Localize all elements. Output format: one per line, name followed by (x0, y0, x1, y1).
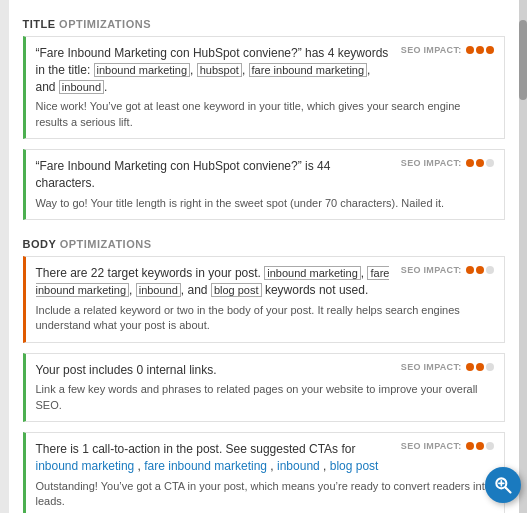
period-1: . (104, 80, 107, 94)
title-card-2-seo: SEO IMPACT: (401, 158, 494, 168)
dot-1 (466, 46, 474, 54)
dot-8 (476, 266, 484, 274)
body-card-2-main: Your post includes 0 internal links. (36, 363, 217, 377)
main-container: TITLE OPTIMIZATIONS “Fare Inbound Market… (9, 0, 519, 513)
body-card-2-description: Link a few key words and phrases to rela… (36, 382, 494, 413)
body-card-1-description: Include a related keyword or two in the … (36, 303, 494, 334)
cta-link-fare-inbound[interactable]: fare inbound marketing (144, 459, 267, 473)
title-card-1-description: Nice work! You’ve got at least one keywo… (36, 99, 494, 130)
title-card-2: “Fare Inbound Marketing con HubSpot conv… (23, 149, 505, 220)
title-card-1-top: “Fare Inbound Marketing con HubSpot conv… (36, 45, 494, 95)
keyword-tag-inbound-marketing-b: inbound marketing (264, 266, 361, 280)
separator-1: , (190, 63, 197, 77)
body-card-3-seo: SEO IMPACT: (401, 441, 494, 451)
body-card-3-top: There is 1 call-to-action in the post. S… (36, 441, 494, 475)
title-card-1: “Fare Inbound Marketing con HubSpot conv… (23, 36, 505, 139)
zoom-button[interactable] (485, 467, 521, 503)
body-card-2-text: Your post includes 0 internal links. (36, 362, 393, 379)
scrollbar[interactable] (519, 0, 527, 513)
body-card-2-top: Your post includes 0 internal links. SEO… (36, 362, 494, 379)
cta-link-blog-post[interactable]: blog post (330, 459, 379, 473)
title-card-1-text: “Fare Inbound Marketing con HubSpot conv… (36, 45, 393, 95)
title-section-header: TITLE OPTIMIZATIONS (9, 10, 519, 36)
body-card-2-seo: SEO IMPACT: (401, 362, 494, 372)
body-card-3-text: There is 1 call-to-action in the post. S… (36, 441, 393, 475)
cta-link-inbound2[interactable]: inbound (277, 459, 320, 473)
page-wrapper: TITLE OPTIMIZATIONS “Fare Inbound Market… (0, 0, 527, 513)
cta-link-inbound[interactable]: inbound marketing (36, 459, 135, 473)
keyword-tag-blog-post: blog post (211, 283, 262, 297)
svg-line-1 (506, 488, 511, 493)
title-card-2-text: “Fare Inbound Marketing con HubSpot conv… (36, 158, 393, 192)
title-card-1-title-label: title: (68, 63, 93, 77)
body-card-1-top: There are 22 target keywords in your pos… (36, 265, 494, 299)
title-section-highlight: TITLE (23, 18, 56, 30)
body-card-1-seo-label: SEO IMPACT: (401, 265, 462, 275)
b-sep-3: , and (181, 283, 211, 297)
dot-12 (486, 363, 494, 371)
dot-9 (486, 266, 494, 274)
body-card-2-dots (466, 363, 494, 371)
dot-4 (466, 159, 474, 167)
body-card-1-pre: There are 22 target keywords in your pos… (36, 266, 265, 280)
title-card-2-description: Way to go! Your title length is right in… (36, 196, 494, 211)
dot-14 (476, 442, 484, 450)
body-card-1-suffix: keywords not used. (265, 283, 368, 297)
body-card-1-text: There are 22 target keywords in your pos… (36, 265, 393, 299)
keyword-tag-inbound: inbound (59, 80, 104, 94)
dot-3 (486, 46, 494, 54)
title-card-2-seo-label: SEO IMPACT: (401, 158, 462, 168)
b-sep-2: , (129, 283, 136, 297)
body-card-1: There are 22 target keywords in your pos… (23, 256, 505, 342)
body-section-header: BODY OPTIMIZATIONS (9, 230, 519, 256)
separator-2: , (242, 63, 249, 77)
dot-15 (486, 442, 494, 450)
dot-7 (466, 266, 474, 274)
body-card-3-dots (466, 442, 494, 450)
body-card-2-seo-label: SEO IMPACT: (401, 362, 462, 372)
body-card-2: Your post includes 0 internal links. SEO… (23, 353, 505, 423)
title-card-2-dots (466, 159, 494, 167)
dot-6 (486, 159, 494, 167)
dot-10 (466, 363, 474, 371)
dot-2 (476, 46, 484, 54)
keyword-tag-inbound-b: inbound (136, 283, 181, 297)
keyword-tag-hubspot: hubspot (197, 63, 242, 77)
body-card-1-dots (466, 266, 494, 274)
keyword-tag-inbound-marketing: inbound marketing (94, 63, 191, 77)
body-card-3-comma2: , (270, 459, 277, 473)
title-card-1-seo: SEO IMPACT: (401, 45, 494, 55)
body-card-3-comma3: , (323, 459, 330, 473)
keyword-tag-fare-inbound: fare inbound marketing (249, 63, 368, 77)
dot-13 (466, 442, 474, 450)
title-card-2-top: “Fare Inbound Marketing con HubSpot conv… (36, 158, 494, 192)
dot-11 (476, 363, 484, 371)
body-card-3: There is 1 call-to-action in the post. S… (23, 432, 505, 513)
dot-5 (476, 159, 484, 167)
body-section-highlight: BODY (23, 238, 57, 250)
title-card-2-main: “Fare Inbound Marketing con HubSpot conv… (36, 159, 331, 190)
scrollbar-thumb[interactable] (519, 20, 527, 100)
body-card-1-seo: SEO IMPACT: (401, 265, 494, 275)
body-card-3-pre: There is 1 call-to-action in the post. S… (36, 442, 356, 456)
body-section-rest: OPTIMIZATIONS (56, 238, 151, 250)
title-card-1-seo-label: SEO IMPACT: (401, 45, 462, 55)
title-card-1-dots (466, 46, 494, 54)
zoom-icon (493, 475, 513, 495)
title-section-rest: OPTIMIZATIONS (56, 18, 151, 30)
body-card-3-description: Outstanding! You’ve got a CTA in your po… (36, 479, 494, 510)
body-card-3-seo-label: SEO IMPACT: (401, 441, 462, 451)
